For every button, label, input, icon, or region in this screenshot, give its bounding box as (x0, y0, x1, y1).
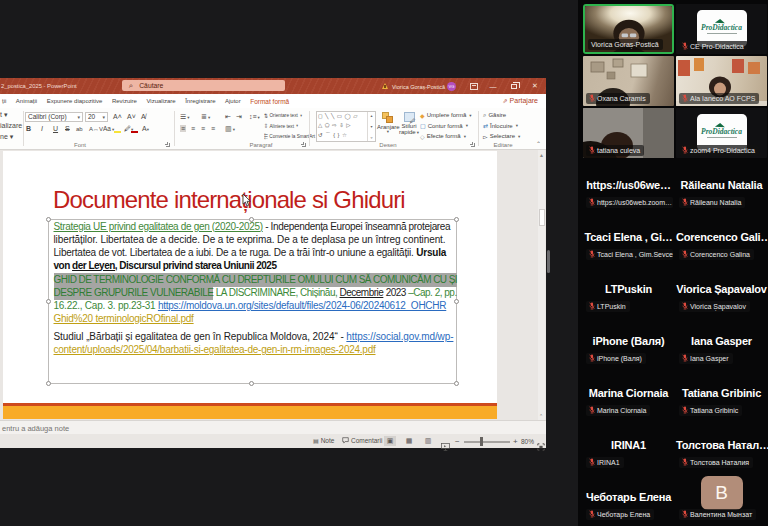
line-spacing-button[interactable]: ↕≡▾ (249, 113, 260, 120)
slide-scrollbar[interactable]: ▲ (538, 150, 545, 420)
fit-slide-icon[interactable] (537, 437, 545, 455)
scroll-up-icon[interactable]: ▲ (539, 152, 544, 158)
font-name-combo[interactable]: Calibri (Corp)▾ (25, 112, 83, 122)
participant-tile[interactable]: Iana GasperIana Gasper (676, 316, 767, 366)
minimize-button[interactable]: — (486, 78, 500, 94)
paragraph-dialog-launcher[interactable] (302, 143, 306, 147)
participant-tile[interactable]: ProDidacticaCE Pro-Didactica (676, 4, 767, 54)
ribbon-display-options-icon[interactable] (470, 83, 478, 90)
ribbon-tab-expunere-diapozitive[interactable]: Expunere diapozitive (47, 98, 103, 105)
columns-button[interactable]: ▥▾ (225, 125, 235, 133)
participant-tile[interactable]: Răileanu NataliaRăileanu Natalia (676, 160, 767, 210)
participant-tile[interactable]: tatiana culeva (583, 108, 674, 158)
participant-tile[interactable]: LTPuskinLTPuskin (583, 264, 674, 314)
ribbon-tab-anima-ii[interactable]: Animații (16, 98, 37, 105)
restore-button[interactable] (507, 78, 521, 94)
arrange-button[interactable]: Aranjare ▾ (377, 112, 398, 133)
select-button[interactable]: ▻ Selectare▾ (483, 133, 520, 140)
account-name[interactable]: Viorica Goraș-Postică (392, 84, 445, 90)
hyperlink[interactable]: Ghid%20 terminologicROfinal.pdf (54, 313, 194, 324)
slide-scrollbar-thumb[interactable] (539, 209, 545, 226)
bold-button[interactable]: B (26, 125, 31, 132)
slideshow-button[interactable] (441, 437, 450, 455)
font-dialog-launcher[interactable] (166, 143, 170, 147)
char-spacing-button[interactable]: A↔V (89, 126, 103, 132)
shrink-font-button[interactable]: A˅ (127, 113, 136, 120)
section-button-fragment[interactable]: ne ▾ (0, 133, 13, 141)
zoom-slider-thumb[interactable] (480, 437, 483, 446)
account-avatar[interactable]: VG (447, 82, 456, 91)
textbox-handle-se[interactable] (454, 381, 459, 386)
normal-view-button[interactable]: ▣ (384, 436, 396, 446)
textbox-handle-sw[interactable] (46, 381, 51, 386)
textbox-handle-s[interactable] (249, 381, 254, 386)
change-case-button[interactable]: Aa▾ (103, 125, 114, 132)
quick-styles-button[interactable]: 🖉 Stiluri rapide▾ (399, 112, 419, 135)
increase-indent-button[interactable]: ⇥ (236, 113, 242, 121)
participant-tile[interactable]: iPhone (Валя)iPhone (Валя) (583, 316, 674, 366)
participant-tile[interactable]: Viorica ȘapavalovViorica Șapavalov (676, 264, 767, 314)
slide-textbox[interactable]: Strategia UE privind egalitatea de gen (… (48, 219, 457, 384)
textbox-handle-nw[interactable] (46, 217, 51, 222)
find-button[interactable]: ⌕ Găsire (483, 112, 506, 119)
text-direction-button[interactable]: ⇅ Orientare text▾ (264, 112, 302, 119)
collapse-ribbon-icon[interactable]: ⌃ (536, 140, 541, 147)
participant-tile[interactable]: BВалентина Мынзат (676, 472, 767, 522)
bullets-button[interactable]: ☰▾ (180, 113, 190, 121)
participant-tile[interactable]: Ala Ianeco AO FCPS (676, 56, 767, 106)
shape-effects-button[interactable]: ◇ Efecte formă▾ (420, 133, 466, 140)
participant-tile[interactable]: Viorica Goraș-Postică (583, 4, 674, 54)
hyperlink[interactable]: https://social.gov.md/wp- (346, 331, 453, 342)
participant-tile[interactable]: Corencenco Gali…Corencenco Galina (676, 212, 767, 262)
participant-tile[interactable]: Tcaci Elena , Gi…Tcaci Elena , Gim.Sevce… (583, 212, 674, 262)
zoom-level[interactable]: 80% (521, 438, 534, 445)
textbox-handle-e[interactable] (454, 299, 459, 304)
hyperlink[interactable]: content/uploads/2025/04/barbatii-si-egal… (54, 344, 376, 355)
align-text-button[interactable]: ⇳ Aliniere text▾ (264, 122, 298, 129)
panel-resize-handle[interactable] (547, 250, 550, 273)
ribbon-tab-ajutor[interactable]: Ajutor (225, 98, 241, 105)
participant-tile[interactable]: https://us06we…https://us06web.zoom… (583, 160, 674, 210)
participant-tile[interactable]: Tatiana GribinicTatiana Gribinic (676, 368, 767, 418)
textbox-handle-ne[interactable] (454, 217, 459, 222)
notes-panel[interactable]: entru a adăuga note (0, 420, 546, 434)
font-color-button[interactable]: A▾ (142, 125, 149, 132)
slide-canvas[interactable]: Documente internaționale si Ghiduri Stra… (3, 151, 497, 419)
share-button[interactable]: ⇗ Partajare (503, 97, 538, 104)
align-right-button[interactable]: ≡ (201, 125, 205, 132)
ribbon-tab--ii[interactable]: ții (2, 98, 6, 105)
notes-toggle-button[interactable]: ▤ Note (313, 437, 334, 444)
ribbon-tab-revizuire[interactable]: Revizuire (112, 98, 137, 105)
justify-button[interactable]: ≡ (211, 125, 215, 132)
drawing-dialog-launcher[interactable] (471, 143, 475, 147)
participant-tile[interactable]: Толстова Натал…Толстова Наталия (676, 420, 767, 470)
zoom-out-button[interactable]: − (455, 437, 460, 446)
reset-button-fragment[interactable]: ializare (0, 122, 22, 129)
textbox-handle-w[interactable] (46, 299, 51, 304)
layout-button-fragment[interactable]: t ▾ (0, 111, 7, 119)
replace-button[interactable]: ⇄ Înlocuire▾ (483, 122, 518, 129)
reading-view-button[interactable]: ▥ (422, 436, 434, 446)
search-box[interactable]: ⌕ Căutare (122, 80, 285, 92)
clear-formatting-button[interactable]: A̸ (141, 113, 146, 120)
underline-button[interactable]: U (53, 125, 58, 132)
ribbon-tab-format-form-[interactable]: Format formă (250, 98, 289, 105)
participant-tile[interactable]: Чеботарь ЕленаЧеботарь Елена (583, 472, 674, 522)
decrease-indent-button[interactable]: ⇤ (225, 113, 231, 121)
participant-tile[interactable]: IRINA1IRINA1 (583, 420, 674, 470)
shape-outline-button[interactable]: ▢ Contur formă▾ (420, 122, 468, 129)
text-shadow-button[interactable]: ab (76, 126, 83, 132)
convert-smartart-button[interactable]: ⬱ Conversie la SmartArt▾ (264, 133, 319, 140)
zoom-in-button[interactable]: + (513, 437, 518, 446)
slide-sorter-view-button[interactable]: ▦ (403, 436, 415, 446)
zoom-slider-track[interactable] (464, 441, 510, 443)
align-left-button[interactable]: ≡ (180, 125, 186, 132)
font-size-combo[interactable]: 20▾ (85, 112, 108, 122)
grow-font-button[interactable]: A˄ (113, 113, 122, 120)
strikethrough-button[interactable]: S (65, 125, 70, 132)
comments-button[interactable]: Comentarii (342, 437, 382, 444)
hyperlink[interactable]: https://moldova.un.org/sites/default/fil… (158, 300, 446, 311)
participant-tile[interactable]: ProDidacticazoom4 Pro-Didactica (676, 108, 767, 158)
hyperlink[interactable]: Strategia UE privind egalitatea de gen (… (54, 221, 263, 232)
participant-tile[interactable]: Marina CiornaiaMarina Ciornaia (583, 368, 674, 418)
